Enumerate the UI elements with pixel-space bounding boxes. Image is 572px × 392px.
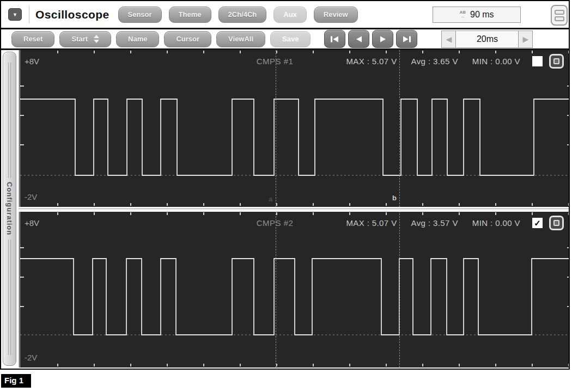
- arrow-right-icon: ▶: [523, 35, 529, 44]
- cursor-button[interactable]: Cursor: [164, 31, 211, 47]
- sensor-button[interactable]: Sensor: [118, 7, 162, 23]
- channel-2-name: CMPS #2: [257, 218, 294, 228]
- cursor-b-label: b: [392, 194, 397, 202]
- save-button: Save: [270, 31, 311, 47]
- channel-2-expand-button[interactable]: [549, 216, 564, 230]
- figure-caption: Fig 1: [1, 374, 31, 388]
- avg-stat: Avg : 3.65 V: [411, 57, 458, 66]
- channel-1-name: CMPS #1: [257, 57, 294, 66]
- page-title: Oscilloscope: [35, 8, 109, 21]
- arrow-left-icon: ◀: [446, 35, 452, 44]
- frame-nav-group: [324, 30, 417, 48]
- toolbar-divider: [29, 6, 29, 23]
- start-spinner-icon: [94, 35, 99, 43]
- aux-button: Aux: [273, 7, 307, 23]
- channel-1-stats: MAX : 5.07 V Avg : 3.65 V MIN : 0.00 V: [346, 57, 520, 66]
- configuration-sidebar: Configuration: [1, 50, 19, 367]
- min-stat: MIN : 0.00 V: [472, 57, 520, 66]
- theme-button[interactable]: Theme: [169, 7, 211, 23]
- ab-interval-icon: AB ↔: [459, 10, 466, 19]
- stacked-windows-icon: [555, 16, 564, 21]
- channel-2-panel: +8V CMPS #2 MAX : 5.07 V Avg : 3.57 V MI…: [19, 212, 569, 367]
- channel-2-waveform: [20, 212, 569, 367]
- scale-bottom-label: -2V: [25, 353, 37, 362]
- oscilloscope-window: ▼ Oscilloscope Sensor Theme 2Ch/4Ch Aux …: [0, 0, 570, 370]
- arrow-left-icon: [355, 36, 363, 42]
- channel-2-checkbox[interactable]: ✓: [532, 218, 543, 228]
- channel-2-stats: MAX : 5.07 V Avg : 3.57 V MIN : 0.00 V: [346, 218, 520, 228]
- review-button[interactable]: Review: [314, 7, 358, 23]
- configuration-panel-handle[interactable]: Configuration: [3, 52, 16, 366]
- min-stat: MIN : 0.00 V: [472, 218, 520, 228]
- channel-1-checkbox[interactable]: [532, 56, 543, 66]
- ab-time-value: 90 ms: [470, 10, 494, 20]
- grip-lines: [8, 63, 11, 178]
- start-button[interactable]: Start: [59, 31, 111, 47]
- last-frame-button[interactable]: [396, 30, 417, 48]
- ab-time-display[interactable]: AB ↔ 90 ms: [433, 7, 521, 23]
- stacked-windows-icon: [555, 10, 564, 15]
- chevron-down-icon: ▼: [13, 12, 17, 17]
- first-frame-button[interactable]: [324, 30, 345, 48]
- arrow-right-icon: [379, 36, 387, 42]
- timebase-decrease-button[interactable]: ◀: [441, 30, 456, 48]
- channel-1-panel: +8V CMPS #1 MAX : 5.07 V Avg : 3.65 V MI…: [19, 50, 569, 207]
- channel-1-waveform: [20, 50, 569, 207]
- scope-display: +8V CMPS #1 MAX : 5.07 V Avg : 3.65 V MI…: [19, 50, 569, 367]
- channel-divider[interactable]: [19, 207, 569, 212]
- maximize-icon: [553, 220, 559, 226]
- channel-1-header: +8V CMPS #1 MAX : 5.07 V Avg : 3.65 V MI…: [25, 54, 564, 69]
- viewall-button[interactable]: ViewAll: [216, 31, 265, 47]
- previous-frame-button[interactable]: [348, 30, 369, 48]
- channel-2-header: +8V CMPS #2 MAX : 5.07 V Avg : 3.57 V MI…: [25, 216, 564, 230]
- scale-bottom-label: -2V: [25, 192, 37, 201]
- channel-mode-button[interactable]: 2Ch/4Ch: [218, 7, 267, 23]
- channel-1-expand-button[interactable]: [549, 54, 564, 69]
- scale-top-label: +8V: [25, 218, 39, 228]
- max-stat: MAX : 5.07 V: [346, 57, 397, 66]
- reset-button[interactable]: Reset: [11, 31, 54, 47]
- cursor-a-label: a: [269, 195, 272, 203]
- avg-stat: Avg : 3.57 V: [411, 218, 458, 228]
- main-content: Configuration +8V CMPS #1 MAX : 5.07 V A…: [1, 50, 569, 367]
- name-button[interactable]: Name: [116, 31, 159, 47]
- grip-lines: [8, 240, 11, 355]
- max-stat: MAX : 5.07 V: [346, 218, 397, 228]
- split-view-button[interactable]: [551, 5, 568, 26]
- timebase-value[interactable]: 20ms: [456, 30, 518, 48]
- skip-end-icon: [402, 36, 411, 42]
- maximize-icon: [553, 58, 559, 64]
- configuration-label: Configuration: [5, 182, 14, 235]
- timebase-stepper: ◀ 20ms ▶: [441, 30, 533, 48]
- skip-start-icon: [330, 36, 339, 42]
- scale-top-label: +8V: [25, 57, 39, 66]
- menu-dropdown-button[interactable]: ▼: [8, 8, 22, 21]
- timebase-increase-button[interactable]: ▶: [518, 30, 533, 48]
- next-frame-button[interactable]: [372, 30, 393, 48]
- top-toolbar: ▼ Oscilloscope Sensor Theme 2Ch/4Ch Aux …: [1, 1, 569, 29]
- control-toolbar: Reset Start Name Cursor ViewAll Save ◀ 2: [1, 29, 569, 50]
